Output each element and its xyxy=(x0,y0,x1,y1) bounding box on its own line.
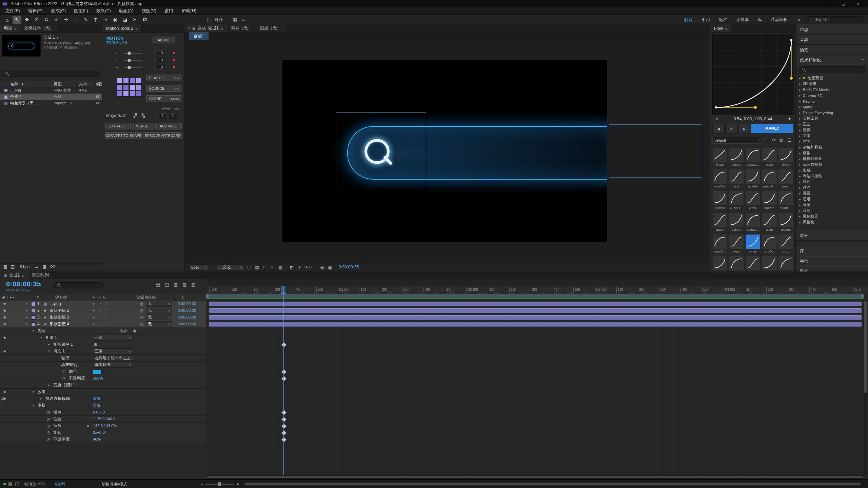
open-comp-tab[interactable]: 合成1 xyxy=(189,32,209,40)
bezier-curve-editor[interactable] xyxy=(712,34,794,115)
effects-search[interactable] xyxy=(798,66,865,73)
frame-blend-icon[interactable]: ▧ xyxy=(182,282,186,287)
preset-thumbnail[interactable] xyxy=(729,213,744,227)
property-value[interactable]: 100% xyxy=(93,375,103,382)
scrollbar-thumb[interactable] xyxy=(864,301,867,393)
twirl-icon[interactable]: ▸ xyxy=(799,221,801,224)
preset-thumbnail[interactable] xyxy=(762,213,777,227)
interpret-footage-icon[interactable]: ▦ xyxy=(3,264,7,270)
snap-checkbox[interactable] xyxy=(208,18,212,22)
twirl-icon[interactable]: ▸ xyxy=(799,157,801,161)
comp-mini-flowchart-icon[interactable]: ▤ xyxy=(156,282,160,287)
preset-unnamed[interactable] xyxy=(728,256,745,271)
next-keyframe-button[interactable]: ▶ xyxy=(738,124,750,134)
grid-icon[interactable]: ▦ xyxy=(255,265,259,270)
property-row[interactable]: ◉▾填充 1正常 xyxy=(0,348,868,355)
column-in[interactable]: 入 xyxy=(180,294,184,301)
palette-swatch[interactable] xyxy=(136,91,142,97)
column-3[interactable]: 帧速率 xyxy=(96,81,102,87)
project-column-header[interactable]: 名称类型大小帧速率▲ xyxy=(0,81,102,87)
preset-thumbnail[interactable] xyxy=(778,256,793,270)
effects-category[interactable]: ▸杂色和颗粒 xyxy=(796,144,868,150)
hand-tool[interactable]: ✥ xyxy=(22,16,31,24)
blend-mode-dropdown[interactable]: 正常 xyxy=(93,348,133,354)
project-search[interactable] xyxy=(2,71,100,77)
parent-dropdown[interactable]: 无 xyxy=(146,308,172,313)
motion-slider[interactable]: »0 xyxy=(102,64,184,70)
layer-name[interactable]: 形状图层 2 xyxy=(50,307,69,314)
effects-category[interactable]: ▸✱动画预设 xyxy=(796,75,868,81)
twirl-icon[interactable]: ▸ xyxy=(799,117,801,120)
stopwatch-icon[interactable]: ◷ xyxy=(47,436,50,443)
remove-artboard-button[interactable]: REMOVE ARTBOARD xyxy=(143,132,182,139)
effects-category[interactable]: ▸时间 xyxy=(796,139,868,144)
bottom-scrollbar[interactable] xyxy=(244,482,861,486)
twirl-icon[interactable]: ▸ xyxy=(48,382,50,388)
motion-slider[interactable]: ‹0 xyxy=(102,50,184,56)
gpu-icon[interactable]: ◫ xyxy=(15,481,19,486)
twirl-icon[interactable]: ▾ xyxy=(33,402,34,409)
preset-thumbnail[interactable] xyxy=(746,256,760,270)
palette-swatch[interactable] xyxy=(136,84,142,90)
motion-blur-icon[interactable]: ▨ xyxy=(191,282,195,287)
slider-track[interactable] xyxy=(123,67,142,68)
eye-icon[interactable]: ◉ xyxy=(3,395,6,402)
panel-align[interactable]: 对齐 xyxy=(796,230,868,241)
effects-category[interactable]: ▸过时 xyxy=(796,179,868,185)
property-row[interactable]: ◉▾矩形 1正常 xyxy=(0,334,868,341)
pickwhip-icon[interactable]: ◎ xyxy=(140,314,143,321)
safe-guides-icon[interactable]: ▢ xyxy=(247,265,251,270)
slider-value[interactable]: 0 xyxy=(155,58,164,62)
layer-row[interactable]: ◉▾4★形状图层 4✦ ◔ ⁄◎无0:00:00:00 xyxy=(0,321,868,328)
column-parent-link[interactable]: 父级和链接 xyxy=(136,294,156,301)
offscreen-layer-outline[interactable] xyxy=(609,124,702,178)
layer-switches[interactable]: ✦ ◔ ⁄ xyxy=(92,321,108,327)
viewer-tab-2[interactable]: 图层（无） xyxy=(256,24,285,32)
elastic-button[interactable]: ELASTIC∿∿ xyxy=(146,75,182,81)
current-timecode[interactable]: 0:00:00:35 xyxy=(6,280,41,288)
type-tool[interactable]: T xyxy=(91,16,100,24)
twirl-icon[interactable]: ▸ xyxy=(799,180,801,184)
proportional-grid-icon[interactable]: ⌗ xyxy=(242,17,245,23)
twirl-icon[interactable]: ▸ xyxy=(799,111,801,115)
property-value[interactable]: 0.0,0.0 xyxy=(93,409,105,415)
playhead-line[interactable] xyxy=(283,286,284,475)
property-row[interactable]: ◷不透明度40% xyxy=(0,436,868,443)
property-row[interactable]: ◷颜色= xyxy=(0,368,868,375)
column-1[interactable]: 类型 xyxy=(54,81,62,87)
in-value[interactable]: 0:00:00:00 xyxy=(178,321,196,327)
eye-icon[interactable]: ◉ xyxy=(3,314,6,321)
eye-icon[interactable]: ◉ xyxy=(3,307,6,314)
snapshot-icon[interactable]: ◉ xyxy=(320,265,324,270)
panel-info[interactable]: 信息 xyxy=(796,24,868,35)
tab-effect-controls[interactable]: 效果控件（无） xyxy=(20,24,58,32)
brush-tool[interactable]: ✑ xyxy=(101,16,110,24)
timeline-horizontal-scrollbar[interactable] xyxy=(206,475,864,479)
preset-thumbnail[interactable] xyxy=(729,256,744,270)
preset-group-dropdown[interactable]: default xyxy=(712,137,762,144)
label-color-chip[interactable] xyxy=(31,322,35,326)
preset-thumbnail[interactable] xyxy=(778,191,793,205)
workspace-overflow-icon[interactable]: » xyxy=(798,17,800,22)
twirl-icon[interactable]: ▸ xyxy=(26,314,28,321)
effects-category[interactable]: ▸Matte xyxy=(796,104,868,110)
preset-thumbnail[interactable] xyxy=(762,235,777,249)
timeline-zoom-thumb[interactable] xyxy=(218,482,221,486)
layer-name[interactable]: 形状图层 4 xyxy=(50,321,69,327)
eraser-tool[interactable]: ◪ xyxy=(121,16,130,24)
property-value[interactable]: 0x+0.0° xyxy=(93,429,106,436)
stopwatch-icon[interactable]: ◷ xyxy=(47,409,50,415)
preset-quartIn[interactable]: quartIn xyxy=(761,191,778,213)
preset-thumbnail[interactable] xyxy=(778,148,793,162)
column-2[interactable]: 大小 xyxy=(79,81,87,87)
effects-category[interactable]: ▸遮罩 xyxy=(796,202,868,208)
twirl-icon[interactable]: ▸ xyxy=(799,128,801,132)
preset-thumbnail[interactable] xyxy=(729,148,744,162)
twirl-icon[interactable]: ▸ xyxy=(799,215,801,218)
link-icon[interactable]: ∞ xyxy=(87,423,89,429)
layer-selection-outline[interactable] xyxy=(336,112,426,190)
preset-unnamed[interactable] xyxy=(712,256,728,271)
preset-quadO...[interactable]: quadO... xyxy=(761,169,778,191)
pen-tool[interactable]: ✎ xyxy=(81,16,90,24)
insert-icon[interactable]: ⇥ xyxy=(714,117,718,121)
